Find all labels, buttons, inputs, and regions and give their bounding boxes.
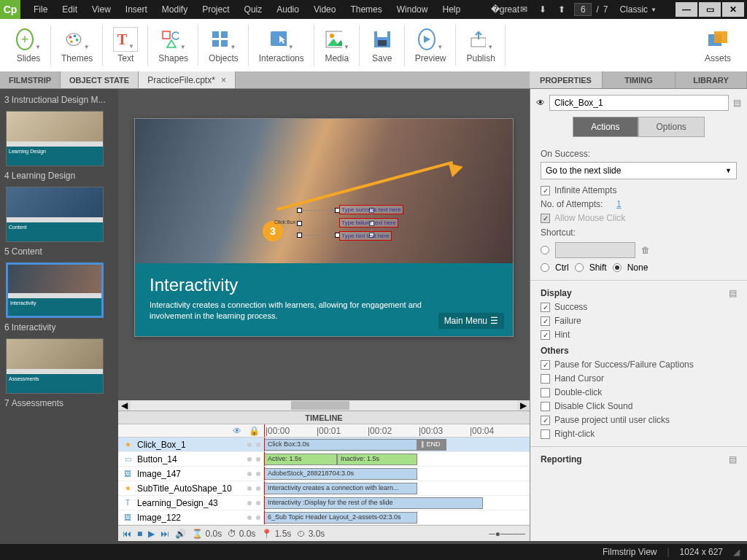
failure-caption[interactable]: Type failure text here xyxy=(339,218,398,228)
right-click-checkbox[interactable] xyxy=(541,429,550,439)
lock-icon[interactable]: 🔒 xyxy=(249,426,260,436)
timeline-row[interactable]: TLearning_Design_43Interactivity :Displa… xyxy=(118,496,530,510)
svg-rect-23 xyxy=(714,31,727,43)
filmstrip-slide[interactable]: Assessments 7 Assessments xyxy=(3,338,115,411)
hint-checkbox[interactable] xyxy=(541,330,550,340)
on-success-label: On Success: xyxy=(541,149,737,159)
ribbon-publish[interactable]: ▼ Publish xyxy=(456,19,505,71)
menu-view[interactable]: View xyxy=(85,0,118,19)
close-button[interactable]: ✕ xyxy=(722,2,744,17)
maximize-button[interactable]: ▭ xyxy=(699,2,721,17)
download-icon[interactable]: ⬇ xyxy=(536,3,549,16)
slide-canvas[interactable]: 3 Click Box Type success text here Type … xyxy=(134,118,514,337)
filmstrip-slide[interactable]: Content 5 Content xyxy=(3,187,115,260)
subtab-actions[interactable]: Actions xyxy=(573,117,638,137)
menu-file[interactable]: File xyxy=(26,0,55,19)
upload-icon[interactable]: ⬆ xyxy=(555,3,568,16)
ribbon-preview[interactable]: ▼ Preview xyxy=(405,19,457,71)
ribbon-interactions[interactable]: ▼ Interactions xyxy=(249,19,314,71)
success-caption[interactable]: Type success text here xyxy=(339,205,403,214)
main-menu-button[interactable]: Main Menu ☰ xyxy=(438,313,504,329)
tab-properties[interactable]: PROPERTIES xyxy=(530,71,603,88)
menu-window[interactable]: Window xyxy=(390,0,436,19)
resize-handle-icon[interactable]: ◢ xyxy=(733,547,740,557)
svg-point-1 xyxy=(69,36,71,39)
shortcut-radio[interactable] xyxy=(541,246,549,254)
rewind-button[interactable]: ⏮ xyxy=(123,529,131,539)
timeline-row[interactable]: ★Click_Box_1Click Box:3.0s‖ END xyxy=(118,438,530,452)
trash-icon[interactable]: 🗑 xyxy=(641,245,650,255)
zoom-slider[interactable]: ─●──── xyxy=(489,529,525,539)
failure-checkbox[interactable] xyxy=(541,316,550,326)
tab-object-state[interactable]: OBJECT STATE xyxy=(61,71,139,88)
page-current-input[interactable] xyxy=(574,3,592,16)
interactions-icon: ▼ xyxy=(269,27,294,52)
minimize-button[interactable]: — xyxy=(676,2,697,17)
ribbon-objects[interactable]: ▼ Objects xyxy=(198,19,249,71)
success-checkbox[interactable] xyxy=(541,303,550,312)
tab-library[interactable]: LIBRARY xyxy=(676,71,747,88)
menu-project[interactable]: Project xyxy=(195,0,236,19)
visibility-icon[interactable]: 👁 xyxy=(536,98,545,108)
timeline-row[interactable]: 🖼Image_147AdobeStock_288218704:3.0s xyxy=(118,467,530,481)
section-menu-icon[interactable]: ▤ xyxy=(729,288,737,298)
play-button[interactable]: ▶ xyxy=(148,529,155,539)
audio-button[interactable]: 🔊 xyxy=(175,529,186,539)
timeline-header: TIMELINE xyxy=(118,411,530,424)
section-menu-icon[interactable]: ▤ xyxy=(729,454,737,464)
timeline-row[interactable]: ★SubTitle_AutoShape_10Interactivity crea… xyxy=(118,481,530,496)
on-success-select[interactable]: Go to the next slide▼ xyxy=(541,162,737,179)
menu-insert[interactable]: Insert xyxy=(118,0,155,19)
menu-audio[interactable]: Audio xyxy=(269,0,306,19)
disable-sound-checkbox[interactable] xyxy=(541,402,550,411)
menu-icon[interactable]: ▤ xyxy=(733,98,741,108)
attempts-value[interactable]: 1 xyxy=(616,199,622,209)
tab-file[interactable]: PracticeFile.cptx*× xyxy=(139,71,236,88)
svg-rect-10 xyxy=(212,40,219,47)
menu-help[interactable]: Help xyxy=(435,0,468,19)
shift-radio[interactable] xyxy=(575,263,584,272)
filmstrip-slide[interactable]: 3 Instructional Design M... xyxy=(3,92,115,108)
subtab-options[interactable]: Options xyxy=(638,117,705,137)
shortcut-input[interactable] xyxy=(555,242,635,258)
horizontal-scrollbar[interactable]: ◀▶ xyxy=(118,400,530,411)
none-radio[interactable] xyxy=(613,263,622,272)
menu-modify[interactable]: Modify xyxy=(155,0,195,19)
menu-edit[interactable]: Edit xyxy=(55,0,85,19)
ribbon-media[interactable]: ▼ Media xyxy=(314,19,360,71)
sync-icon[interactable]: �great xyxy=(498,3,511,16)
hint-caption[interactable]: Type hint text here xyxy=(339,231,392,241)
ribbon-slides[interactable]: +▼ Slides xyxy=(6,19,51,71)
svg-marker-20 xyxy=(424,36,430,43)
tab-filmstrip[interactable]: FILMSTRIP xyxy=(0,71,61,88)
pause-project-checkbox[interactable] xyxy=(541,416,550,425)
close-icon[interactable]: × xyxy=(221,75,226,85)
tab-timing[interactable]: TIMING xyxy=(603,71,676,88)
timeline-row[interactable]: 🖼Image_1226_Sub Topic Header Layout_2-as… xyxy=(118,510,530,525)
infinite-attempts-checkbox[interactable] xyxy=(541,186,550,195)
visibility-icon[interactable]: 👁 xyxy=(233,426,241,436)
hand-cursor-checkbox[interactable] xyxy=(541,374,550,384)
filmstrip-panel[interactable]: 3 Instructional Design M... Learning Des… xyxy=(0,89,118,541)
stop-button[interactable]: ■ xyxy=(137,529,142,539)
pause-captions-checkbox[interactable] xyxy=(541,360,550,370)
ribbon-text[interactable]: T▼ Text xyxy=(103,19,148,71)
workspace-selector[interactable]: Classic▼ xyxy=(614,4,662,15)
mail-icon[interactable]: ✉ xyxy=(517,3,530,16)
forward-button[interactable]: ⏭ xyxy=(160,529,169,539)
menu-themes[interactable]: Themes xyxy=(343,0,389,19)
ribbon-themes[interactable]: ▼ Themes xyxy=(51,19,103,71)
ribbon-shapes[interactable]: ▼ Shapes xyxy=(148,19,198,71)
svg-rect-11 xyxy=(221,40,228,47)
filmstrip-slide-selected[interactable]: Interactivity 6 Interactivity xyxy=(3,262,115,335)
timeline-ruler[interactable]: |00:00 |00:01 |00:02 |00:03 |00:04 xyxy=(264,424,530,437)
menu-video[interactable]: Video xyxy=(306,0,343,19)
timeline-row[interactable]: ▭Button_14Active: 1.5sInactive: 1.5s xyxy=(118,452,530,467)
ctrl-radio[interactable] xyxy=(541,263,549,272)
menu-quiz[interactable]: Quiz xyxy=(237,0,270,19)
filmstrip-slide[interactable]: Learning Design 4 Learning Design xyxy=(3,111,115,184)
ribbon-assets[interactable]: Assets xyxy=(694,19,741,71)
object-name-input[interactable] xyxy=(549,95,729,111)
ribbon-save[interactable]: Save xyxy=(360,19,405,71)
double-click-checkbox[interactable] xyxy=(541,388,550,397)
